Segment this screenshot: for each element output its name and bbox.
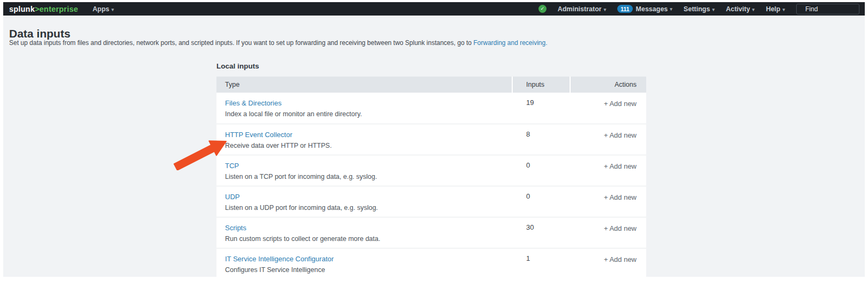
table-header-row: Type Inputs Actions <box>216 77 646 93</box>
help-menu[interactable]: Help▾ <box>766 5 785 13</box>
actions-cell: + Add new <box>570 124 646 155</box>
page-description-text: Set up data inputs from files and direct… <box>9 39 473 47</box>
find-search-input[interactable] <box>796 4 859 14</box>
settings-menu[interactable]: Settings▾ <box>684 5 715 13</box>
chevron-down-icon: ▾ <box>670 6 672 12</box>
column-header-actions: Actions <box>570 77 646 93</box>
help-menu-label: Help <box>766 5 780 13</box>
inputs-count: 1 <box>512 248 570 277</box>
add-new-link[interactable]: + Add new <box>604 224 637 232</box>
inputs-count: 0 <box>512 186 570 217</box>
app-window: splunk>enterprise Apps▾ ✓ Administrator▾… <box>3 2 865 277</box>
splunk-logo-brand: splunk <box>9 5 35 13</box>
settings-menu-label: Settings <box>684 5 710 13</box>
activity-menu[interactable]: Activity▾ <box>726 5 755 13</box>
input-type-link[interactable]: HTTP Event Collector <box>225 131 292 139</box>
messages-menu[interactable]: 111 Messages▾ <box>617 5 672 13</box>
input-type-link[interactable]: Files & Directories <box>225 99 281 107</box>
type-cell: HTTP Event Collector Receive data over H… <box>216 124 512 155</box>
topbar-right-group: ✓ Administrator▾ 111 Messages▾ Settings▾… <box>538 4 859 14</box>
type-cell: Scripts Run custom scripts to collect or… <box>216 217 512 248</box>
column-header-inputs: Inputs <box>512 77 570 93</box>
inputs-count: 30 <box>512 217 570 248</box>
page-title: Data inputs <box>9 27 70 40</box>
table-row: UDP Listen on a UDP port for incoming da… <box>216 186 646 217</box>
input-type-link[interactable]: UDP <box>225 193 240 201</box>
table-row: IT Service Intelligence Configurator Con… <box>216 248 646 277</box>
apps-menu-label: Apps <box>93 5 109 13</box>
table-row: TCP Listen on a TCP port for incoming da… <box>216 155 646 186</box>
chevron-down-icon: ▾ <box>604 7 607 12</box>
table-body: Files & Directories Index a local file o… <box>216 93 646 277</box>
apps-menu[interactable]: Apps▾ <box>93 5 114 13</box>
type-cell: TCP Listen on a TCP port for incoming da… <box>216 155 512 186</box>
type-cell: IT Service Intelligence Configurator Con… <box>216 248 512 277</box>
actions-cell: + Add new <box>570 155 646 186</box>
input-type-description: Run custom scripts to collect or generat… <box>225 235 503 243</box>
actions-cell: + Add new <box>570 217 646 248</box>
messages-count-badge: 111 <box>617 5 632 13</box>
local-inputs-heading: Local inputs <box>216 62 259 70</box>
add-new-link[interactable]: + Add new <box>604 193 637 201</box>
table-row: HTTP Event Collector Receive data over H… <box>216 124 646 155</box>
type-cell: Files & Directories Index a local file o… <box>216 93 512 124</box>
table-row: Scripts Run custom scripts to collect or… <box>216 217 646 248</box>
messages-menu-label: Messages <box>636 5 668 13</box>
add-new-link[interactable]: + Add new <box>604 131 637 139</box>
input-type-description: Receive data over HTTP or HTTPS. <box>225 142 503 149</box>
administrator-menu-label: Administrator <box>558 5 602 13</box>
page-description: Set up data inputs from files and direct… <box>9 39 548 47</box>
forwarding-receiving-link[interactable]: Forwarding and receiving. <box>473 39 547 47</box>
add-new-link[interactable]: + Add new <box>604 255 637 263</box>
inputs-count: 8 <box>512 124 570 155</box>
inputs-count: 19 <box>512 93 570 124</box>
actions-cell: + Add new <box>570 186 646 217</box>
table-row: Files & Directories Index a local file o… <box>216 93 646 124</box>
activity-menu-label: Activity <box>726 5 750 13</box>
inputs-count: 0 <box>512 155 570 186</box>
input-type-link[interactable]: Scripts <box>225 224 246 232</box>
chevron-down-icon: ▾ <box>712 7 715 12</box>
top-nav-bar: splunk>enterprise Apps▾ ✓ Administrator▾… <box>3 2 865 16</box>
red-arrow-annotation <box>173 134 229 170</box>
input-type-link[interactable]: IT Service Intelligence Configurator <box>225 255 334 263</box>
input-type-description: Listen on a UDP port for incoming data, … <box>225 204 503 212</box>
add-new-link[interactable]: + Add new <box>604 162 637 170</box>
chevron-down-icon: ▾ <box>111 7 114 12</box>
administrator-menu[interactable]: Administrator▾ <box>558 5 606 13</box>
input-type-description: Listen on a TCP port for incoming data, … <box>225 173 503 180</box>
chevron-down-icon: ▾ <box>782 7 785 12</box>
input-type-description: Index a local file or monitor an entire … <box>225 110 503 118</box>
splunk-logo[interactable]: splunk>enterprise <box>9 5 78 13</box>
local-inputs-table: Type Inputs Actions Files & Directories … <box>216 77 646 277</box>
actions-cell: + Add new <box>570 248 646 277</box>
chevron-down-icon: ▾ <box>752 7 755 12</box>
input-type-description: Configures IT Service Intelligence <box>225 266 503 274</box>
splunk-logo-product: >enterprise <box>35 5 78 13</box>
actions-cell: + Add new <box>570 93 646 124</box>
type-cell: UDP Listen on a UDP port for incoming da… <box>216 186 512 217</box>
add-new-link[interactable]: + Add new <box>604 100 637 108</box>
health-status-icon[interactable]: ✓ <box>538 5 547 13</box>
column-header-type: Type <box>216 81 512 88</box>
